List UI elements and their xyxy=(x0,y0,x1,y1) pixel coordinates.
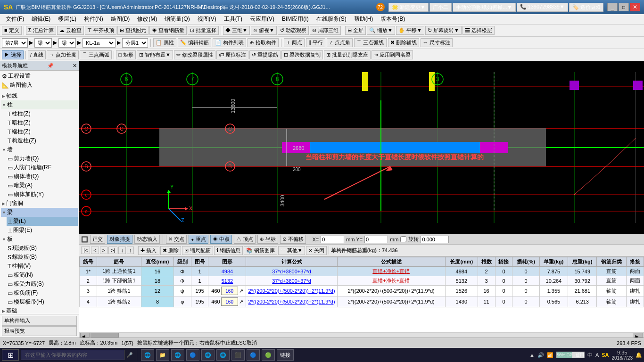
table-row[interactable]: 4 1跨 箍筋2 8 φ 195 460 160 ↗ 2*((200-2*20)… xyxy=(80,296,644,307)
tb-span-copy[interactable]: ⊡ 梁跨数据复制 xyxy=(281,50,323,59)
menu-modify[interactable]: 修改(M) xyxy=(133,14,161,24)
sidebar-item-l[interactable]: ⊥ 梁(L) xyxy=(7,217,78,226)
sidebar-item-wall[interactable]: ▼ 墙 xyxy=(1,145,78,154)
sidebar-item-dz[interactable]: T 端柱(Z) xyxy=(7,127,78,136)
new-change-btn[interactable]: 🌟 新建变更▼ xyxy=(388,3,429,12)
sidebar-item-qtjj[interactable]: ▭ 砌体加筋(Y) xyxy=(7,190,78,199)
tb-rect[interactable]: □ 矩形 xyxy=(116,50,136,59)
tb-top-view[interactable]: ⊙ 俯视▼ xyxy=(251,26,277,35)
formula-val[interactable]: 37*d+3800+37*d xyxy=(272,269,311,274)
tb-edit-rebar[interactable]: ✏️ 编辑钢筋 xyxy=(178,38,211,47)
clock[interactable]: 9:35 2018/7/23 xyxy=(612,350,633,361)
rebar-insert[interactable]: ✚ 插入 xyxy=(138,246,159,255)
sidebar-item-drawing-input[interactable]: 📐 绘图输入 xyxy=(1,81,78,90)
rebar-delete[interactable]: ✖ 删除 xyxy=(160,246,181,255)
tb-find[interactable]: ⊞ 查找图元 xyxy=(117,26,149,35)
sidebar-item-zm[interactable]: T 柱帽(V) xyxy=(7,262,78,271)
tray-notification[interactable]: 🔔 xyxy=(636,352,642,358)
tb-smart-place[interactable]: ⊞ 智能布置▼ xyxy=(137,50,173,59)
menu-help[interactable]: 帮助(H) xyxy=(350,14,377,24)
tb-line[interactable]: / 直线 xyxy=(28,50,46,59)
rotate-checkbox[interactable] xyxy=(400,236,406,242)
tb-view-rebar[interactable]: ◈ 查看钢筋量 xyxy=(149,26,187,35)
tb-parallel[interactable]: ∥ 平行 xyxy=(306,38,325,47)
tb-batch-select[interactable]: ⊡ 批量选择 xyxy=(188,26,219,35)
menu-edit[interactable]: 编辑(E) xyxy=(28,14,54,24)
rebar-nav-prev[interactable]: < xyxy=(91,247,99,254)
snap-object[interactable]: 对象捕捉 xyxy=(107,235,132,244)
tb-dim[interactable]: ↔ 尺寸标注 xyxy=(421,38,453,47)
tb-cloud-check[interactable]: ☁ 云检查 xyxy=(57,26,84,35)
rebar-nav-next[interactable]: > xyxy=(100,247,107,254)
scroll-thumb[interactable] xyxy=(91,333,119,337)
tb-calc[interactable]: Σ 汇总计算 xyxy=(26,26,56,35)
snap-coord[interactable]: ⊕ 坐标 xyxy=(257,235,278,244)
taskbar-search[interactable] xyxy=(21,350,124,360)
tb-three-arc[interactable]: ⌒ 三点弧线 xyxy=(354,38,386,47)
tb-del-aux[interactable]: ✖ 删除辅线 xyxy=(388,38,419,47)
rebar-info[interactable]: ℹ 钢筋信息 xyxy=(214,246,243,255)
tb-dynamic[interactable]: ↺ 动态观察 xyxy=(278,26,309,35)
tb-align-top[interactable]: ⊤ 平齐板顶 xyxy=(85,26,116,35)
single-component-btn[interactable]: 单构件输入 xyxy=(2,316,77,326)
tb-pick-component[interactable]: ⊕ 拾取构件 xyxy=(248,38,279,47)
tb-apply-same[interactable]: ↠ 应用到同名梁 xyxy=(372,50,413,59)
sidebar-item-beam[interactable]: ▼ 梁 xyxy=(1,208,78,217)
rebar-nav-last[interactable]: >| xyxy=(108,247,117,254)
menu-component[interactable]: 构件(N) xyxy=(80,14,107,24)
sidebar-item-slab[interactable]: ▼ 板 xyxy=(1,235,78,244)
canvas-area[interactable]: 6 7 8 3 C B 0 0 xyxy=(79,61,644,234)
tray-volume[interactable]: 🔊 xyxy=(537,352,544,358)
menu-bim[interactable]: BIM应用(I) xyxy=(278,14,313,24)
snap-ortho[interactable]: 正交 xyxy=(90,235,105,244)
rebar-library[interactable]: 📚 钢筋图库 xyxy=(244,246,277,255)
snap-intersect[interactable]: ✕ 交点 xyxy=(166,235,187,244)
sidebar-item-az[interactable]: T 暗柱(Z) xyxy=(7,118,78,127)
rebar-nav-up[interactable]: ↑ xyxy=(127,247,134,254)
shape-box[interactable]: 160 xyxy=(221,287,238,295)
menu-floor[interactable]: 楼层(L) xyxy=(54,14,80,24)
snap-dynamic[interactable]: 动态输入 xyxy=(134,235,160,244)
taskbar-app-blue[interactable]: 🔵 xyxy=(247,349,260,361)
rebar-other[interactable]: ⋯ 其他▼ xyxy=(278,246,305,255)
table-row[interactable]: 1* 1跨 上通长筋1 16 Φ 1 4984 37*d+3800+37*d 直… xyxy=(80,267,644,276)
rebar-close[interactable]: ✕ 关闭 xyxy=(306,246,327,255)
sidebar-item-rfmkq[interactable]: ▭ 人防门框墙(RF xyxy=(7,163,78,172)
tb-3d[interactable]: ◆ 三维▼ xyxy=(223,26,250,35)
x-input[interactable] xyxy=(321,236,344,243)
formula-val[interactable]: 2*((200-2*20)+(500-2*20))+2*(11.9*d) xyxy=(248,288,335,294)
snap-vertex[interactable]: △ 顶点 xyxy=(234,235,256,244)
sidebar-item-lcpd[interactable]: ▭ 楼层板带(H) xyxy=(7,297,78,306)
menu-rebar[interactable]: 钢筋量(Q) xyxy=(161,14,193,24)
sidebar-item-xjb[interactable]: S 现浇板(B) xyxy=(7,244,78,253)
tb-select-tool[interactable]: ▶ 选择 xyxy=(2,50,24,59)
taskbar-app-browser3[interactable]: 🌐 xyxy=(201,349,215,361)
sidebar-item-ql[interactable]: ⊥ 圈梁(E) xyxy=(7,226,78,235)
sidebar-item-settings[interactable]: ⚙ 工程设置 xyxy=(1,72,78,81)
menu-online[interactable]: 在线服务(S) xyxy=(313,14,350,24)
sidebar-item-lxb[interactable]: S 螺旋板(B) xyxy=(7,253,78,262)
component-type-select[interactable]: 梁 xyxy=(34,38,52,48)
rebar-nav-down[interactable]: ↓ xyxy=(118,247,126,254)
maximize-btn[interactable]: □ xyxy=(619,3,629,11)
tb-in-place-label[interactable]: 🏷 原位标注 xyxy=(216,50,248,59)
report-preview-btn[interactable]: 报表预览 xyxy=(2,326,77,336)
taskbar-app-browser4[interactable]: 🌐 xyxy=(216,349,230,361)
table-row[interactable]: 2 1跨 下部钢筋1 18 Φ 1 5132 37*d+3800+37*d 直锚… xyxy=(80,276,644,286)
taskbar-app-browser2[interactable]: 🔵 xyxy=(186,349,199,361)
formula-link[interactable]: 5132 xyxy=(222,278,233,284)
scroll-left[interactable]: ◄ xyxy=(80,333,90,337)
rotate-input[interactable] xyxy=(421,236,449,243)
sidebar-item-axis[interactable]: ▶ 轴线 xyxy=(1,91,78,100)
sidebar-item-bslj[interactable]: ▭ 板受力筋(S) xyxy=(7,280,78,288)
menu-draw[interactable]: 绘图(D) xyxy=(107,14,134,24)
split-help-btn[interactable]: 手动分割图纸如何操...▼ xyxy=(453,3,515,12)
taskbar-app-network[interactable]: 🌐 xyxy=(141,349,154,361)
sidebar-pin[interactable]: 📌 xyxy=(47,63,54,69)
sidebar-item-gjz[interactable]: T 构造柱(Z) xyxy=(7,136,78,145)
tb-rotate[interactable]: ↻ 屏幕旋转▼ xyxy=(425,26,462,35)
rebar-scale-config[interactable]: ⊡ 缩尺配筋 xyxy=(182,246,213,255)
tb-point-len[interactable]: → 点加长度 xyxy=(47,50,79,59)
shape-box[interactable]: 160 xyxy=(221,297,238,306)
tray-network[interactable]: 📶 xyxy=(547,352,553,358)
